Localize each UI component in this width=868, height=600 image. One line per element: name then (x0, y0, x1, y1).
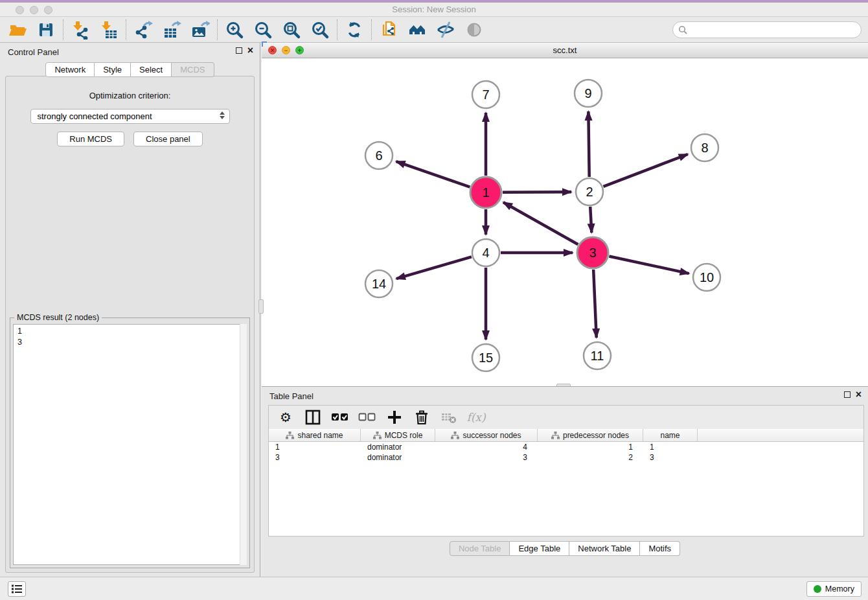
run-mcds-button[interactable]: Run MCDS (57, 132, 124, 146)
table-cell[interactable]: dominator (361, 452, 435, 463)
close-table-panel-icon[interactable]: × (856, 391, 862, 398)
table-cell[interactable]: 4 (435, 442, 538, 452)
graph-node-15[interactable]: 15 (472, 344, 499, 371)
graph-node-label: 14 (372, 277, 386, 291)
app-window: Session: New Session (0, 0, 868, 600)
graph-node-7[interactable]: 7 (472, 81, 499, 108)
graph-edge-3-11[interactable] (593, 270, 597, 338)
show-graphics-details-button[interactable] (462, 18, 486, 41)
table-settings-button[interactable]: ⚙ (277, 408, 295, 426)
zoom-selected-icon (310, 20, 330, 40)
column-header-successor-nodes[interactable]: successor nodes (435, 429, 538, 441)
table-body: 1dominator4113dominator323 (269, 442, 863, 463)
home-layout-button[interactable] (405, 18, 429, 41)
export-image-button[interactable] (188, 18, 212, 41)
refresh-icon (345, 20, 364, 40)
zoom-selected-button[interactable] (308, 18, 332, 41)
search-input[interactable] (691, 25, 856, 35)
save-session-button[interactable] (34, 18, 58, 41)
tab-select[interactable]: Select (131, 62, 172, 77)
column-type-icon (286, 432, 294, 439)
close-panel-icon[interactable]: × (247, 47, 253, 54)
graph-node-10[interactable]: 10 (693, 264, 720, 291)
table-cell[interactable]: 2 (538, 452, 643, 463)
node-table-container: ⚙ (268, 405, 864, 537)
float-panel-icon[interactable] (236, 47, 242, 54)
tab-network[interactable]: Network (45, 62, 95, 77)
graph-edge-1-2[interactable] (503, 192, 571, 192)
table-cell[interactable]: 3 (643, 452, 698, 463)
column-label: predecessor nodes (563, 431, 629, 440)
graph-edge-1-6[interactable] (396, 161, 470, 187)
network-maximize-button[interactable]: + (295, 46, 304, 54)
graph-node-6[interactable]: 6 (365, 142, 393, 169)
unselect-all-button[interactable] (358, 408, 376, 426)
graph-node-8[interactable]: 8 (691, 134, 718, 161)
tab-edge-table[interactable]: Edge Table (510, 541, 569, 556)
graph-node-14[interactable]: 14 (365, 270, 393, 297)
float-table-panel-icon[interactable] (844, 391, 851, 398)
table-cell[interactable]: 1 (269, 442, 361, 452)
column-header-MCDS-role[interactable]: MCDS role (361, 429, 435, 441)
tab-node-table[interactable]: Node Table (450, 541, 510, 556)
delete-row-button[interactable] (413, 408, 431, 426)
unselect-all-icon (358, 409, 376, 426)
refresh-button[interactable] (342, 18, 367, 41)
tab-mcds[interactable]: MCDS (172, 62, 214, 77)
table-row[interactable]: 3dominator323 (269, 452, 863, 463)
tab-style[interactable]: Style (95, 62, 131, 77)
column-header-predecessor-nodes[interactable]: predecessor nodes (538, 429, 643, 441)
result-scrollbar[interactable] (240, 324, 247, 565)
task-history-button[interactable] (8, 581, 26, 597)
zoom-in-button[interactable] (222, 18, 247, 41)
graph-edge-3-10[interactable] (609, 256, 689, 273)
add-row-button[interactable] (385, 408, 404, 426)
open-session-button[interactable] (5, 18, 30, 41)
table-cell[interactable]: 3 (435, 452, 538, 463)
optimization-select[interactable]: strongly connected component (30, 109, 230, 124)
network-minimize-button[interactable]: − (282, 46, 290, 54)
tab-motifs[interactable]: Motifs (640, 541, 680, 556)
table-cell[interactable]: 3 (269, 452, 361, 463)
graph-node-9[interactable]: 9 (575, 80, 602, 107)
graph-node-2[interactable]: 2 (576, 178, 603, 205)
graph-edge-2-8[interactable] (603, 154, 687, 187)
export-image-icon (190, 20, 210, 40)
table-cell[interactable]: 1 (538, 442, 643, 452)
tab-network-table[interactable]: Network Table (569, 541, 640, 556)
graph-node-1[interactable]: 1 (470, 177, 501, 208)
toolbar-separator (217, 19, 218, 40)
hide-graphics-details-button[interactable] (433, 18, 458, 41)
delete-table-button[interactable] (440, 408, 458, 426)
network-window-titlebar[interactable]: ✕ − + scc.txt (262, 43, 868, 58)
close-panel-button[interactable]: Close panel (133, 132, 203, 146)
graph-node-11[interactable]: 11 (584, 342, 611, 369)
select-all-button[interactable] (331, 408, 349, 426)
splitter-grip-vertical[interactable] (258, 299, 264, 314)
zoom-out-button[interactable] (251, 18, 275, 41)
table-row[interactable]: 1dominator411 (269, 442, 863, 452)
graph-edge-2-9[interactable] (588, 111, 589, 177)
mcds-result-text[interactable]: 1 3 (13, 324, 247, 565)
export-table-button[interactable] (159, 18, 184, 41)
zoom-fit-button[interactable] (279, 18, 304, 41)
memory-button[interactable]: Memory (806, 581, 862, 597)
graph-edge-4-14[interactable] (396, 257, 472, 279)
graph-node-3[interactable]: 3 (577, 237, 608, 268)
show-columns-button[interactable] (304, 408, 322, 426)
graph-edge-3-1[interactable] (503, 202, 578, 244)
column-header-name[interactable]: name (643, 429, 698, 441)
export-network-icon (133, 20, 153, 40)
column-header-shared-name[interactable]: shared name (269, 429, 361, 441)
function-builder-button[interactable]: f(x) (467, 408, 485, 426)
import-table-button[interactable] (97, 18, 121, 41)
import-network-button[interactable] (68, 18, 93, 41)
graph-node-4[interactable]: 4 (472, 239, 499, 266)
network-close-button[interactable]: ✕ (268, 46, 277, 54)
clone-network-button[interactable] (376, 18, 401, 41)
table-cell[interactable]: 1 (643, 442, 698, 452)
network-canvas[interactable]: 7968124314101511 (262, 58, 868, 386)
table-cell[interactable]: dominator (361, 442, 435, 452)
export-network-button[interactable] (131, 18, 155, 41)
graph-edge-2-3[interactable] (590, 207, 591, 233)
